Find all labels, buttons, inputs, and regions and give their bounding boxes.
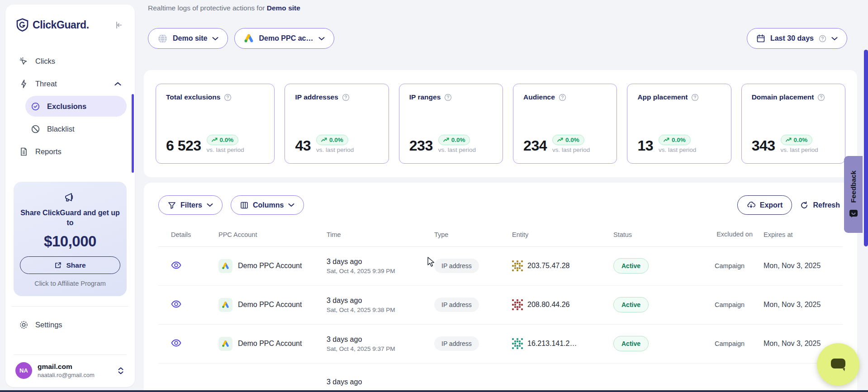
stat-card: IP ranges 233 0.0% vs. last period [399, 84, 503, 164]
stat-value: 234 [523, 137, 547, 154]
sidebar-item-label: Clicks [35, 57, 55, 66]
settings-label: Settings [35, 321, 62, 329]
sidebar-item-blacklist[interactable]: Blacklist [25, 118, 127, 139]
stat-delta-note: vs. last period [316, 146, 354, 153]
exclusions-table-panel: Filters Columns [144, 183, 857, 392]
row-excluded-on: Campaign [715, 301, 753, 308]
filter-funnel-icon [168, 201, 176, 209]
gear-icon [19, 320, 28, 330]
columns-icon [240, 201, 248, 209]
sidebar-nav: Clicks Threat Exclusions [14, 51, 127, 162]
row-details-button[interactable] [171, 339, 181, 347]
table-row: 3 days ago [158, 364, 843, 392]
columns-button-label: Columns [253, 201, 284, 209]
date-range-selector[interactable]: Last 30 days [747, 28, 847, 49]
help-circle-icon [819, 35, 826, 43]
sidebar-collapse-icon[interactable] [114, 20, 124, 30]
row-time-relative: 3 days ago [327, 258, 434, 266]
ban-icon [31, 124, 40, 134]
sidebar-item-settings[interactable]: Settings [14, 313, 127, 336]
row-details-button[interactable] [171, 300, 181, 308]
chat-launcher-button[interactable] [817, 343, 859, 386]
trending-up-icon [557, 137, 563, 142]
megaphone-icon [20, 192, 120, 203]
col-header-entity: Entity [512, 231, 613, 238]
stat-delta-badge: 0.0% [316, 135, 348, 145]
google-ads-icon [218, 337, 232, 351]
trending-up-icon [443, 137, 449, 142]
trending-up-icon [664, 137, 669, 142]
cursor-click-icon [19, 57, 28, 66]
row-expires-at: Mon, Nov 3, 2025 [753, 262, 843, 270]
sidebar-item-label: Exclusions [47, 102, 86, 111]
table-header: Details PPC Account Time Type Entity Sta… [158, 230, 843, 247]
site-selector[interactable]: Demo site [148, 28, 228, 49]
stat-card: Audience 234 0.0% vs. last period [513, 84, 617, 164]
logo-text: ClickGuard. [33, 19, 110, 31]
stat-card: Total exclusions 6 523 0.0% vs. last per… [156, 84, 275, 164]
sidebar-item-exclusions[interactable]: Exclusions [25, 96, 127, 117]
sidebar-scrollbar[interactable] [132, 94, 134, 173]
stat-card: IP addresses 43 0.0% vs. last period [285, 84, 389, 164]
share-button[interactable]: Share [20, 256, 120, 274]
row-type-badge: IP address [434, 259, 479, 273]
stat-delta-badge: 0.0% [781, 135, 813, 145]
external-link-icon [54, 261, 62, 269]
row-type-badge: IP address [434, 336, 479, 351]
col-header-ppc-account: PPC Account [218, 231, 327, 238]
promo-text: Share ClickGuard and get up to [20, 208, 120, 227]
stat-label: Total exclusions [166, 93, 220, 101]
row-time-absolute: Sat, Oct 4, 2025 9:37 PM [327, 345, 434, 352]
sidebar-item-label: Reports [35, 147, 62, 156]
col-header-type: Type [434, 231, 512, 238]
ppc-account-selector[interactable]: Demo PPC ac… [234, 28, 334, 49]
stat-value: 6 523 [166, 137, 201, 154]
table-row: Demo PPC Account 3 days ago Sat, Oct 4, … [158, 325, 843, 364]
help-circle-icon[interactable] [691, 94, 699, 101]
feedback-tab[interactable]: Feedback [844, 156, 863, 233]
stat-delta-note: vs. last period [438, 146, 476, 153]
affiliate-promo-card: Share ClickGuard and get up to $10,000 S… [14, 182, 127, 296]
trending-up-icon [321, 137, 327, 142]
entity-identicon [512, 299, 523, 310]
feedback-chat-icon [849, 209, 858, 218]
sidebar-item-clicks[interactable]: Clicks [14, 51, 127, 71]
row-details-button[interactable] [171, 261, 181, 269]
help-circle-icon[interactable] [444, 94, 452, 101]
help-circle-icon[interactable] [559, 94, 566, 101]
stat-card: App placement 13 0.0% vs. last period [627, 84, 731, 164]
col-header-status: Status [613, 231, 715, 238]
google-ads-icon [218, 259, 232, 273]
help-circle-icon[interactable] [342, 94, 350, 101]
sidebar-item-reports[interactable]: Reports [14, 141, 127, 162]
stat-label: Audience [523, 93, 555, 101]
date-range-value: Last 30 days [770, 34, 814, 43]
eye-icon [171, 261, 181, 269]
row-time-relative: 3 days ago [327, 378, 434, 386]
help-circle-icon[interactable] [224, 94, 232, 101]
stat-delta-note: vs. last period [552, 146, 590, 153]
sidebar-item-threat[interactable]: Threat [14, 73, 127, 94]
stat-delta-badge: 0.0% [659, 135, 691, 145]
eye-icon [171, 300, 181, 308]
filters-button-label: Filters [180, 201, 202, 209]
promo-amount: $10,000 [20, 233, 120, 250]
account-switcher[interactable]: NA gmail.com naatali.ro@gmail.com [14, 354, 127, 379]
refresh-button[interactable]: Refresh [792, 195, 843, 215]
share-button-label: Share [66, 261, 85, 269]
stat-delta-note: vs. last period [781, 146, 818, 153]
col-header-expires-at: Expires at [753, 231, 843, 238]
affiliate-link[interactable]: Click to Affiliate Program [20, 280, 120, 287]
help-circle-icon[interactable] [817, 94, 825, 101]
page-scrollbar[interactable] [864, 50, 868, 246]
col-header-details: Details [158, 231, 218, 238]
export-button[interactable]: Export [737, 195, 792, 215]
chevron-down-icon [212, 37, 218, 41]
row-expires-at: Mon, Nov 3, 2025 [753, 301, 843, 309]
ppc-account-selector-value: Demo PPC ac… [259, 34, 313, 43]
stat-label: IP ranges [409, 93, 441, 101]
columns-button[interactable]: Columns [231, 195, 304, 215]
filters-button[interactable]: Filters [158, 195, 223, 215]
stat-card: Domain placement 343 0.0% vs. last perio… [741, 84, 845, 164]
chat-bubble-icon [829, 356, 847, 373]
